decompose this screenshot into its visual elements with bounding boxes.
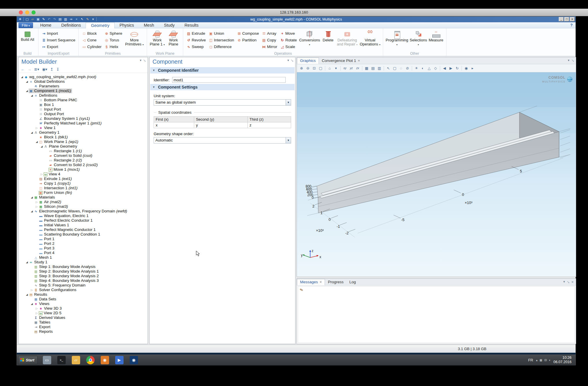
tree-item-geometry-1[interactable]: ◢ΛGeometry 1 xyxy=(19,130,148,135)
tree-item-work-plane-1[interactable]: ◢◫Work Plane 1(wp1) xyxy=(19,139,148,144)
compose-button[interactable]: ⊞Compose xyxy=(236,30,260,37)
measure-button[interactable]: Measure xyxy=(428,29,444,52)
tree-item-port-3[interactable]: ▬Port 3 xyxy=(19,246,148,251)
close-icon[interactable] xyxy=(571,280,574,284)
print-icon[interactable]: ▥ xyxy=(376,65,382,71)
reset-view-icon[interactable]: ↻ xyxy=(454,65,460,71)
tree-item-box-1[interactable]: ▣Box 1 xyxy=(19,102,148,107)
conversions-button[interactable]: Conversions ▾ xyxy=(298,29,321,52)
move-up-icon[interactable]: ↥ xyxy=(50,67,53,71)
partition-button[interactable]: ⊘Partition xyxy=(236,37,260,43)
tree-item-intersection-1[interactable]: ◫Intersection 1(int1) xyxy=(19,186,148,190)
unit-system-select[interactable]: Same as global system ▼ xyxy=(154,99,291,106)
cylinder-button[interactable]: ▭Cylinder xyxy=(80,43,103,50)
previous-view-icon[interactable]: ◀ xyxy=(442,65,447,71)
move-down-icon[interactable]: ↧ xyxy=(56,67,59,71)
chevron-down-icon[interactable] xyxy=(287,58,289,63)
build-all-button[interactable]: Build All xyxy=(19,29,36,52)
pin-icon[interactable] xyxy=(142,58,146,63)
torus-button[interactable]: ◎Torus xyxy=(103,37,124,43)
taskbar-item-remote-desktop[interactable]: ▭ xyxy=(43,356,51,364)
tab-definitions[interactable]: Definitions xyxy=(56,22,86,28)
box-select-icon[interactable]: ▢ xyxy=(392,65,398,71)
messages-tab-messages[interactable]: Messages xyxy=(297,279,325,285)
tree-expander-open[interactable]: ◢ xyxy=(20,75,24,79)
difference-button[interactable]: ◻Difference xyxy=(207,43,236,50)
tree-item-mesh-1[interactable]: △Mesh 1 xyxy=(19,255,148,260)
tree-item-perfect-magnetic-conductor-1[interactable]: ▬Perfect Magnetic Conductor 1 xyxy=(19,227,148,232)
tree-item-block-1[interactable]: ■Block 1(blk1) xyxy=(19,135,148,139)
tree-item-rectangle-2[interactable]: ▭Rectangle 2(r2) xyxy=(19,158,148,163)
work-plane-1-button[interactable]: Work Plane 1 ▾ xyxy=(149,29,166,52)
tree-item-component-1[interactable]: ◢▣Component 1(mod1) xyxy=(19,89,148,93)
taskbar-item-media-player[interactable]: ▶ xyxy=(115,356,124,364)
notifications-icon[interactable]: ⊟ xyxy=(544,359,547,362)
copy-button[interactable]: ▤Copy xyxy=(260,37,279,43)
sweep-button[interactable]: ∿Sweep xyxy=(185,43,207,50)
array-button[interactable]: ∷Array xyxy=(260,30,279,37)
tree-item-views[interactable]: ◢∗Views xyxy=(19,302,148,306)
tree-item-study-1[interactable]: ◢∞Study 1 xyxy=(19,260,148,264)
work-plane-button[interactable]: Work Plane xyxy=(166,29,181,52)
tree-item-step-2-boundary-mode-analysis-1[interactable]: ▥Step 2: Boundary Mode Analysis 1 xyxy=(19,269,148,274)
record-animation-icon[interactable]: ▸ xyxy=(470,65,475,71)
taskbar-item-firefox[interactable]: ◉ xyxy=(101,356,109,364)
geometry-shape-order-select[interactable]: Automatic ▼ xyxy=(154,137,291,144)
cone-button[interactable]: ◁Cone xyxy=(80,37,103,43)
rotate-button[interactable]: ↻Rotate xyxy=(279,37,298,43)
tree-item-port-2[interactable]: ▬Port 2 xyxy=(19,241,148,246)
more-primitives-button[interactable]: More Primitives ▾ xyxy=(124,29,145,52)
insert-sequence-button[interactable]: ≣Insert Sequence xyxy=(40,37,77,43)
section-component-settings[interactable]: ▼ Component Settings xyxy=(150,84,295,90)
tree-item-form-union[interactable]: ▣Form Union(fin) xyxy=(19,190,148,195)
snapshot-camera-icon[interactable]: ◉ xyxy=(463,65,469,71)
delete-button[interactable]: Delete xyxy=(321,29,335,52)
tree-item-scattering-boundary-condition-1[interactable]: ▬Scattering Boundary Condition 1 xyxy=(19,232,148,237)
tree-item-data-sets[interactable]: ▦Data Sets xyxy=(19,297,148,302)
select-icon[interactable]: ↖ xyxy=(385,65,391,71)
tree-item-step-5-frequency-domain[interactable]: ∿Step 5: Frequency Domain xyxy=(19,283,148,288)
coordinate-value[interactable]: y xyxy=(194,122,248,128)
zoom-extents-icon[interactable]: ⊡ xyxy=(311,65,317,71)
revolve-button[interactable]: ↺Revolve xyxy=(185,37,207,43)
identifier-field[interactable] xyxy=(172,77,286,83)
tree-item-global-definitions[interactable]: ◢≡Global Definitions xyxy=(19,79,148,84)
close-icon[interactable] xyxy=(320,279,322,285)
tree-expander-closed[interactable]: ▷ xyxy=(35,204,38,209)
model-tree-node-menu-icon[interactable]: ≣▾ xyxy=(34,67,39,71)
tree-expander-closed[interactable]: ▷ xyxy=(35,200,38,204)
messages-tab-log[interactable]: Log xyxy=(346,279,359,285)
block-button[interactable]: □Block xyxy=(80,30,103,37)
graphics-viewport[interactable]: 8006004002000210-1-2×10³50-5×10³ yzx COM… xyxy=(297,72,576,276)
tab-mesh[interactable]: Mesh xyxy=(139,22,159,28)
tree-item-port-4[interactable]: ▬Port 4 xyxy=(19,251,148,255)
import-button[interactable]: ⇥Import xyxy=(40,30,77,37)
taskbar-item-file-explorer[interactable]: ▱ xyxy=(72,356,80,364)
tree-expander-open[interactable]: ◢ xyxy=(35,139,38,144)
image-tools-icon[interactable]: ▦ xyxy=(364,65,370,71)
deselect-icon[interactable]: ⊘ xyxy=(405,65,410,71)
tree-item-convert-to-solid-2[interactable]: ▰Convert to Solid 2(csol2) xyxy=(19,163,148,167)
coordinate-value[interactable]: z xyxy=(248,122,291,128)
tree-item-tables[interactable]: ▦Tables xyxy=(19,320,148,325)
tree-item-plane-geometry[interactable]: ◢ΛPlane Geometry xyxy=(19,144,148,149)
clock[interactable]: 10:26 06.07.2016 xyxy=(553,356,572,364)
help-button[interactable]: ? xyxy=(570,23,573,27)
helix-button[interactable]: §Helix xyxy=(103,43,124,50)
selections-button[interactable]: Selections ▾ xyxy=(409,29,428,52)
close-button[interactable] xyxy=(570,17,575,21)
tab-study[interactable]: Study xyxy=(159,22,180,28)
zoom-box-icon[interactable]: ▢ xyxy=(318,65,324,71)
virtual-operations-button[interactable]: Virtual Operations ▾ xyxy=(359,29,381,52)
show-menu-icon[interactable]: ◉▾ xyxy=(42,67,47,71)
tree-item-wg-coupling-simple-ewfd2-mph[interactable]: ◢◆wg_coupling_simple_ewfd2.mph(root) xyxy=(19,75,148,79)
tree-item-results[interactable]: ◢▤Results xyxy=(19,292,148,297)
tree-item-boundary-system-1[interactable]: ∠Boundary System 1(sys1) xyxy=(19,116,148,121)
view-menu-icon[interactable]: ▾ xyxy=(333,65,339,71)
tree-item-parameters[interactable]: PᵢParameters xyxy=(19,84,148,89)
next-view-icon[interactable]: ▶ xyxy=(448,65,454,71)
extrude-button[interactable]: ▨Extrude xyxy=(185,30,207,37)
tree-item-reports[interactable]: ▤Reports xyxy=(19,329,148,334)
tab-results[interactable]: Results xyxy=(180,22,203,28)
tree-expander-open[interactable]: ◢ xyxy=(25,260,29,264)
